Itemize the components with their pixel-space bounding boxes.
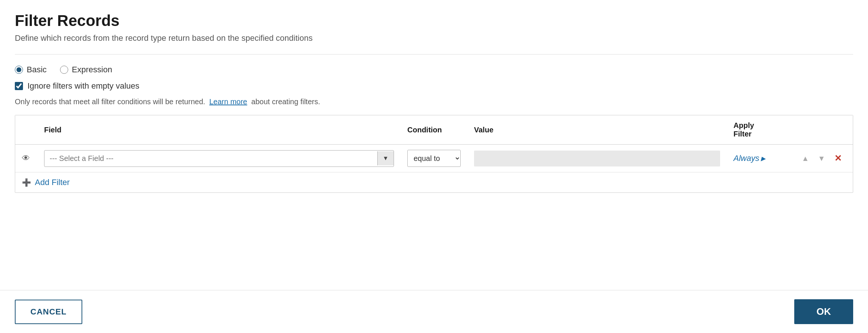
ignore-empty-checkbox-label[interactable]: Ignore filters with empty values (15, 81, 853, 91)
field-select-wrapper[interactable]: ▼ (44, 150, 394, 167)
add-filter-button[interactable]: ➕ Add Filter (15, 172, 76, 192)
delete-row-button[interactable]: ✕ (833, 152, 843, 165)
field-cell: ▼ (37, 145, 401, 172)
section-divider (15, 54, 853, 55)
ok-button[interactable]: OK (794, 299, 853, 324)
info-text: Only records that meet all filter condit… (15, 98, 853, 106)
cancel-button[interactable]: CANCEL (15, 300, 82, 324)
table-header-row: Field Condition Value ApplyFilter (15, 115, 853, 145)
footer: CANCEL OK (0, 290, 868, 333)
eye-cell: 👁 (15, 145, 37, 172)
apply-expand-arrow[interactable]: ▶ (761, 155, 765, 162)
row-action-buttons: ▲ ▼ ✕ (800, 152, 846, 165)
main-content: Filter Records Define which records from… (0, 0, 868, 290)
field-dropdown-arrow[interactable]: ▼ (377, 151, 394, 165)
field-select-input[interactable] (44, 151, 377, 166)
radio-group: Basic Expression (15, 65, 112, 75)
apply-label: Always (733, 154, 759, 163)
condition-cell: equal tonot equal tocontainsdoes not con… (401, 145, 467, 172)
page-subtitle: Define which records from the record typ… (15, 33, 853, 43)
th-value: Value (467, 115, 727, 145)
filter-table-container: Field Condition Value ApplyFilter 👁 ▼ eq… (15, 115, 853, 193)
move-up-button[interactable]: ▲ (800, 153, 811, 164)
radio-expression[interactable]: Expression (60, 65, 112, 75)
info-text-before: Only records that meet all filter condit… (15, 98, 205, 106)
add-filter-icon: ➕ (22, 178, 31, 187)
filter-table-body: 👁 ▼ equal tonot equal tocontainsdoes not… (15, 145, 853, 172)
learn-more-link[interactable]: Learn more (209, 98, 247, 106)
move-down-button[interactable]: ▼ (816, 153, 827, 164)
table-row: 👁 ▼ equal tonot equal tocontainsdoes not… (15, 145, 853, 172)
radio-expression-input[interactable] (60, 66, 68, 74)
radio-expression-label: Expression (72, 65, 112, 75)
apply-always-value[interactable]: Always ▶ (733, 154, 787, 163)
condition-select[interactable]: equal tonot equal tocontainsdoes not con… (407, 150, 461, 167)
th-eye (15, 115, 37, 145)
value-input[interactable] (474, 151, 720, 166)
value-cell (467, 145, 727, 172)
ignore-empty-checkbox[interactable] (15, 82, 23, 90)
th-field: Field (37, 115, 401, 145)
add-filter-label: Add Filter (35, 178, 70, 187)
actions-cell: ▲ ▼ ✕ (794, 145, 853, 172)
eye-icon[interactable]: 👁 (22, 154, 30, 163)
filter-mode-options: Basic Expression (15, 65, 853, 75)
apply-filter-cell: Always ▶ (727, 145, 794, 172)
radio-basic-label: Basic (27, 65, 47, 75)
ignore-empty-label: Ignore filters with empty values (27, 81, 139, 91)
info-text-after: about creating filters. (251, 98, 320, 106)
filter-table: Field Condition Value ApplyFilter 👁 ▼ eq… (15, 115, 853, 172)
th-condition: Condition (401, 115, 467, 145)
page-title: Filter Records (15, 12, 853, 30)
radio-basic-input[interactable] (15, 66, 23, 74)
th-actions (794, 115, 853, 145)
radio-basic[interactable]: Basic (15, 65, 47, 75)
th-apply-filter: ApplyFilter (727, 115, 794, 145)
add-filter-row: ➕ Add Filter (15, 172, 853, 192)
